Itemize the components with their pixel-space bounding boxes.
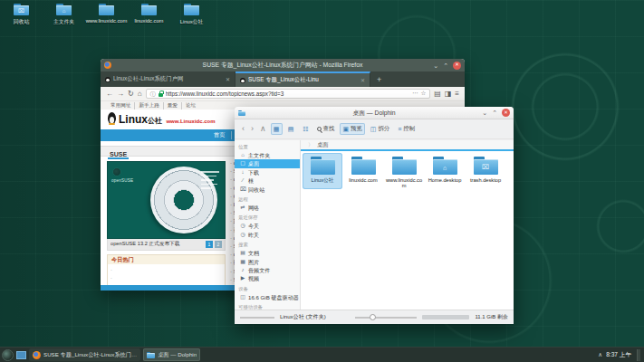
place-icon: ▦: [240, 259, 245, 265]
tab-linux-gongshe[interactable]: Linux公社-Linux系统门户网 ✕: [101, 71, 235, 87]
search-audio[interactable]: ♪ 音频文件: [235, 266, 300, 274]
tux-logo-icon[interactable]: [108, 112, 116, 124]
home-icon[interactable]: ⌂: [138, 90, 142, 98]
hamburger-menu-icon[interactable]: ≡: [455, 90, 459, 98]
tray-expand-icon[interactable]: ∧: [598, 352, 602, 358]
search-images[interactable]: ▦ 图片: [235, 258, 300, 266]
remote-header[interactable]: 远程: [235, 194, 300, 204]
tab-suse-topic[interactable]: SUSE 专题_Linux公社-Linu ✕: [235, 71, 370, 87]
desktop-icon[interactable]: Linux公社: [170, 4, 213, 26]
application-launcher-icon[interactable]: [2, 349, 14, 361]
opensuse-dvd-image[interactable]: openSUSE: [107, 161, 226, 239]
clock[interactable]: 8:37 上午: [606, 351, 631, 359]
tab-favicon: [105, 77, 111, 82]
search-videos[interactable]: ▶ 视频: [235, 274, 300, 282]
recent-yesterday[interactable]: ◷ 昨天: [235, 231, 300, 239]
task-dolphin[interactable]: 桌面 — Dolphin: [143, 348, 200, 361]
preview-button[interactable]: ▣预览: [340, 123, 364, 135]
dolphin-window: 桌面 — Dolphin ⌄ ⌃ ✕ ‹ › ∧ ▦ ▤ ☷ 查找 ▣预览 ◫拆…: [235, 107, 514, 324]
maximize-icon[interactable]: ⌃: [443, 62, 448, 69]
forward-icon[interactable]: ›: [249, 125, 255, 133]
desktop-icon[interactable]: ⌧ 回收站: [0, 4, 43, 26]
forward-icon[interactable]: →: [117, 90, 124, 98]
bookmark-star-icon[interactable]: ☆: [420, 90, 426, 97]
file-item[interactable]: www.linuxidc.com: [384, 153, 424, 189]
file-item[interactable]: linuxidc.com: [343, 153, 383, 189]
places-header[interactable]: 位置: [235, 141, 300, 151]
minimize-icon[interactable]: ⌄: [482, 110, 487, 116]
carousel-page-1[interactable]: 1: [206, 241, 213, 248]
url-text[interactable]: https://www.linuxidc.com/topicnews.aspx?…: [166, 90, 409, 97]
file-item[interactable]: ⌂ Home.desktop: [425, 153, 465, 189]
site-info-icon[interactable]: ⓘ: [150, 91, 156, 97]
search-button[interactable]: 查找: [314, 123, 338, 135]
address-bar[interactable]: ⓘ https://www.linuxidc.com/topicnews.asp…: [146, 89, 431, 99]
breadcrumb-current[interactable]: 桌面: [317, 141, 329, 149]
place-root[interactable]: ∕ 根: [235, 176, 300, 185]
split-button[interactable]: ◫拆分: [368, 123, 392, 135]
view-icons-button[interactable]: ▦: [271, 123, 283, 135]
bookmark-item[interactable]: 最爱: [163, 102, 181, 110]
control-menu-icon: ≡: [398, 126, 401, 132]
up-icon[interactable]: ∧: [258, 125, 268, 133]
site-nav-item[interactable]: 首页: [207, 131, 231, 139]
place-icon: ◫: [240, 294, 245, 300]
minimize-icon[interactable]: ⌄: [433, 62, 438, 69]
today-hot-link[interactable]: [111, 274, 222, 282]
folder-icon: [99, 4, 114, 15]
show-desktop-button[interactable]: [637, 349, 640, 361]
place-trash[interactable]: ⌧ 回收站: [235, 186, 300, 194]
firefox-titlebar[interactable]: SUSE 专题_Linux公社-Linux系统门户网站 - Mozilla Fi…: [101, 59, 465, 71]
today-hot-link[interactable]: [111, 266, 222, 274]
zoom-slider-knob[interactable]: [370, 314, 376, 320]
maximize-icon[interactable]: ⌃: [492, 110, 497, 116]
view-compact-button[interactable]: ▤: [285, 123, 297, 135]
dolphin-titlebar[interactable]: 桌面 — Dolphin ⌄ ⌃ ✕: [235, 107, 514, 119]
control-button[interactable]: ≡控制: [395, 123, 418, 135]
back-icon[interactable]: ←: [106, 90, 113, 98]
place-downloads[interactable]: ↓ 下载: [235, 168, 300, 176]
device-harddrive[interactable]: ◫ 16.6 GiB 硬盘驱动器: [235, 293, 300, 301]
file-item[interactable]: ⌧ trash.desktop: [466, 153, 505, 189]
close-icon[interactable]: ✕: [502, 109, 510, 117]
reload-icon[interactable]: ↻: [128, 90, 134, 98]
search-documents[interactable]: ▤ 文档: [235, 249, 300, 257]
removable-header[interactable]: 可移动设备: [235, 301, 300, 310]
back-icon[interactable]: ‹: [240, 125, 246, 133]
file-item[interactable]: Linux公社: [303, 153, 342, 189]
place-label: 昨天: [248, 232, 259, 238]
close-icon[interactable]: ✕: [453, 62, 461, 70]
search-header[interactable]: 搜索: [235, 239, 300, 249]
place-label: 最近保存: [238, 214, 258, 220]
task-firefox[interactable]: SUSE 专题_Linux公社-Linux系统门…: [29, 348, 140, 361]
carousel-caption[interactable]: openSUSE 13.2 正式发布下载: [111, 241, 204, 248]
bookmark-item[interactable]: 论坛: [181, 102, 199, 110]
recent-today[interactable]: ◷ 今天: [235, 222, 300, 230]
bookmark-item[interactable]: 常用网址: [107, 102, 134, 110]
place-network[interactable]: ⇄ 网络: [235, 204, 300, 212]
site-logo-text[interactable]: Linux公社: [119, 113, 162, 126]
sidebar-toggle-icon[interactable]: ◨: [445, 90, 452, 98]
folder-emblem-icon: [311, 160, 335, 175]
desktop-icon[interactable]: ⌂ 主文件夹: [43, 4, 85, 26]
place-desktop[interactable]: ▢ 桌面: [235, 159, 300, 167]
carousel-page-2[interactable]: 2: [215, 241, 222, 248]
library-icon[interactable]: ▤: [434, 90, 441, 98]
place-home[interactable]: ⌂ 主文件夹: [235, 151, 300, 159]
firefox-window-title: SUSE 专题_Linux公社-Linux系统门户网站 - Mozilla Fi…: [101, 61, 465, 70]
bookmark-item[interactable]: 新手上路: [134, 102, 162, 110]
devices-header[interactable]: 设备: [235, 283, 300, 293]
desktop-icon[interactable]: linuxidc.com: [128, 4, 170, 26]
view-details-button[interactable]: ☷: [300, 123, 312, 135]
new-tab-button[interactable]: +: [370, 71, 388, 87]
zoom-slider[interactable]: [355, 317, 417, 319]
recent-header[interactable]: 最近保存: [235, 212, 300, 222]
desktop-icon[interactable]: www.linuxidc.com: [85, 4, 128, 26]
page-actions-icon[interactable]: ⋯: [412, 90, 418, 97]
dolphin-view: 〉 桌面 Linux公社 linuxidc.com www.linuxidc.c…: [301, 140, 514, 310]
tab-close-icon[interactable]: ✕: [360, 77, 365, 83]
tab-close-icon[interactable]: ✕: [226, 76, 230, 82]
breadcrumb[interactable]: 〉 桌面: [301, 140, 514, 151]
place-label: 桌面: [248, 160, 259, 167]
virtual-desktop-pager[interactable]: [16, 351, 26, 359]
